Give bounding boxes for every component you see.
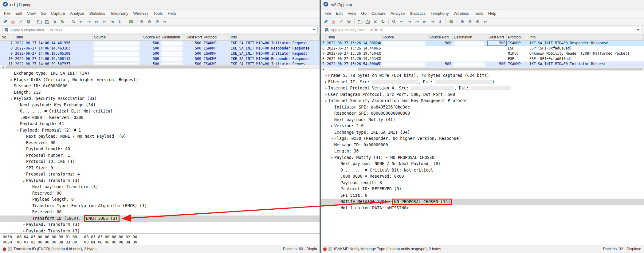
detail-row[interactable]: >Payload: Security Association (33): [0, 96, 320, 102]
detail-row[interactable]: 0... .... = Critical Bit: Not critical: [321, 167, 644, 174]
detail-row[interactable]: >Payload: Transform (3): [0, 222, 320, 228]
detail-row[interactable]: >Ethernet II, Src: , Dst: ): [321, 79, 644, 85]
detail-row[interactable]: Initiator SPI: aa8435236f8be3dc: [321, 104, 644, 111]
hex-row[interactable]: 005000 04 03 00 00 00 08 01 00 00 03 03 …: [3, 234, 320, 239]
go-to-packet-icon[interactable]: ↦: [414, 18, 421, 25]
packet-row[interactable]: 102022-06-27 14:06:19.508113500500ISAKMP…: [0, 56, 320, 61]
column-header-destination[interactable]: Destination: [453, 34, 487, 40]
find-packet-icon[interactable]: [70, 18, 77, 25]
menu-telephony[interactable]: Telephony: [428, 10, 451, 17]
filter-dropdown-icon[interactable]: [313, 29, 315, 31]
go-first-icon[interactable]: ⇤: [421, 18, 428, 25]
menu-telephony[interactable]: Telephony: [108, 10, 131, 17]
detail-row[interactable]: >Payload: Proposal (2) # 1: [0, 127, 320, 134]
detail-row[interactable]: Protocol ID: RESERVED (0): [321, 186, 644, 192]
expander-icon[interactable]: >: [323, 85, 328, 92]
display-filter-input[interactable]: Apply a display filter ... <Ctrl-/>: [323, 27, 642, 33]
detail-row[interactable]: >Payload: Transform (3): [0, 228, 320, 234]
detail-row[interactable]: Message ID: 0x00000000: [0, 83, 320, 89]
save-file-icon[interactable]: [44, 18, 51, 25]
menu-edit[interactable]: Edit: [13, 10, 25, 17]
column-header-source-port[interactable]: Source Port: [142, 34, 160, 40]
detail-row[interactable]: >Flags: 0x20 (Responder, No higher versi…: [321, 136, 644, 142]
display-filter-input[interactable]: Apply a display filter ... <Ctrl-/>: [2, 27, 318, 33]
packet-row[interactable]: 72022-06-27 13:26:19.450435MIPv6Unknown …: [321, 51, 644, 56]
column-header-no-[interactable]: No.: [0, 34, 14, 40]
detail-row[interactable]: 0... .... = Critical Bit: Not critical: [0, 108, 320, 115]
detail-row[interactable]: Reserved: 00: [0, 209, 320, 215]
go-back-icon[interactable]: ←: [78, 18, 85, 25]
column-header-destination[interactable]: Destination: [160, 34, 185, 40]
packet-row[interactable]: 62022-06-27 13:26:14.448614ESPESP (SPI=0…: [321, 46, 644, 51]
packet-list-hscrollbar[interactable]: ◂: [321, 67, 644, 71]
colorize-icon[interactable]: [127, 18, 134, 25]
menu-wireless[interactable]: Wireless: [131, 10, 151, 17]
expander-icon[interactable]: >: [329, 136, 334, 142]
detail-row[interactable]: Next payload: Notify (41): [321, 117, 644, 123]
menu-go[interactable]: Go: [359, 10, 369, 17]
detail-row[interactable]: Proposal transforms: 4: [0, 171, 320, 178]
colorize-icon[interactable]: [448, 18, 455, 25]
expander-icon[interactable]: >: [21, 222, 26, 228]
column-header-time[interactable]: Time: [14, 34, 93, 40]
menu-tools[interactable]: Tools: [151, 10, 165, 17]
scroll-left-arrow-icon[interactable]: ◂: [321, 67, 326, 71]
go-first-icon[interactable]: ⇤: [101, 18, 108, 25]
expander-icon[interactable]: >: [9, 77, 14, 83]
detail-row[interactable]: Length: 212: [0, 89, 320, 96]
detail-row[interactable]: >Internet Protocol Version 4, Src: , Dst…: [321, 85, 644, 92]
detail-row[interactable]: Payload length: 44: [0, 121, 320, 127]
detail-row[interactable]: Next payload: NONE / No Next Payload (0): [321, 161, 644, 167]
zoom-reset-icon[interactable]: ⊙: [154, 18, 161, 25]
title-bar[interactable]: rx1 (1).pcap: [0, 0, 320, 10]
column-header-dest-port[interactable]: Dest Port: [487, 34, 507, 40]
expander-icon[interactable]: >: [21, 228, 26, 234]
detail-row[interactable]: .000 0000 = Reserved: 0x00: [0, 115, 320, 121]
menu-edit[interactable]: Edit: [333, 10, 345, 17]
detail-row[interactable]: Notify Message Type: NO_PROPOSAL_CHOSEN …: [321, 199, 644, 205]
detail-row[interactable]: Notification DATA: <MISSING>: [321, 205, 644, 211]
auto-scroll-icon[interactable]: ⇓: [437, 18, 444, 25]
expander-icon[interactable]: >: [323, 73, 328, 79]
detail-row[interactable]: >Internet Security Association and Key M…: [321, 98, 644, 104]
packet-row[interactable]: 82022-06-27 13:26:19.453435ESPESP (SPI=0…: [321, 56, 644, 61]
detail-row[interactable]: >Payload: Transform (3): [0, 178, 320, 184]
hex-row[interactable]: 006000 07 03 00 00 00 08 03 00 00 0e 00 …: [3, 239, 320, 245]
open-file-icon[interactable]: [36, 18, 43, 25]
expander-icon[interactable]: >: [323, 79, 328, 85]
expert-info-icon[interactable]: [3, 247, 6, 251]
menu-analyze[interactable]: Analyze: [68, 10, 87, 17]
detail-row[interactable]: >User Datagram Protocol, Src Port: 500, …: [321, 92, 644, 98]
detail-row[interactable]: Payload length: 8: [321, 180, 644, 186]
column-header-source[interactable]: Source: [93, 34, 142, 40]
menu-help[interactable]: Help: [486, 10, 499, 17]
menu-go[interactable]: Go: [38, 10, 48, 17]
column-header-dest-port[interactable]: Dest Port: [185, 34, 202, 40]
zoom-out-icon[interactable]: ⊖: [146, 18, 153, 25]
detail-row[interactable]: Message ID: 0x00000000: [321, 142, 644, 148]
menu-help[interactable]: Help: [165, 10, 179, 17]
packet-row[interactable]: 72022-06-27 14:06:14.461956500500ISAKMPI…: [0, 41, 320, 46]
detail-row[interactable]: Protocol ID: IKE (1): [0, 159, 320, 165]
go-last-icon[interactable]: ⇥: [108, 18, 116, 25]
column-header-source[interactable]: Source: [381, 34, 428, 40]
expander-icon[interactable]: >: [8, 96, 15, 101]
detail-row[interactable]: Exchange type: IKE_SA_INIT (34): [321, 129, 644, 136]
detail-row[interactable]: Payload length: 8: [0, 196, 320, 203]
close-file-icon[interactable]: ×: [51, 18, 58, 25]
go-last-icon[interactable]: ⇥: [429, 18, 436, 25]
detail-row[interactable]: Transform ID (ENCR): ENCR_3DES (3): [0, 215, 320, 222]
menu-file[interactable]: File: [2, 10, 13, 17]
detail-row[interactable]: Transform Type: Encryption Algorithm (EN…: [0, 203, 320, 209]
expert-info-icon[interactable]: [323, 247, 327, 251]
detail-row[interactable]: Proposal number: 1: [0, 152, 320, 159]
capture-comment-icon[interactable]: [328, 247, 332, 251]
resize-columns-icon[interactable]: ↔: [482, 18, 489, 25]
find-packet-icon[interactable]: [391, 18, 398, 25]
packet-list-hscrollbar[interactable]: ◂: [0, 65, 320, 69]
go-forward-icon[interactable]: →: [406, 18, 413, 25]
capture-options-icon[interactable]: [345, 18, 352, 25]
detail-row[interactable]: Reserved: 00: [0, 190, 320, 197]
column-header-time[interactable]: Time: [326, 34, 381, 40]
detail-row[interactable]: Responder SPI: 0000000000000000: [321, 110, 644, 117]
